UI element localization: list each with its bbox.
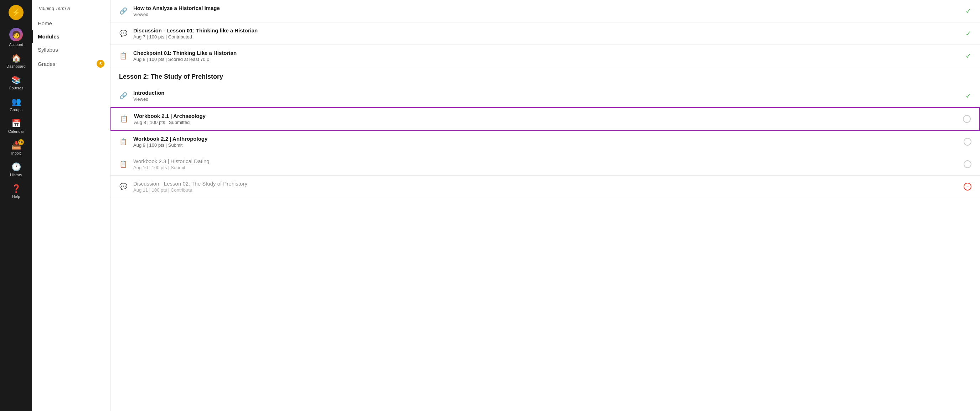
- item-title: How to Analyze a Historical Image: [133, 5, 960, 11]
- item-meta: Aug 8 | 100 pts | Submitted: [134, 120, 957, 125]
- item-meta: Viewed: [133, 97, 960, 102]
- history-icon: 🕐: [11, 162, 21, 172]
- help-icon: ❓: [11, 184, 21, 194]
- course-title: Training Term A: [32, 6, 110, 17]
- item-meta: Aug 11 | 100 pts | Contribute: [133, 187, 958, 193]
- status-circle: [964, 160, 972, 168]
- status-check: ✓: [966, 29, 972, 38]
- item-title: Introduction: [133, 90, 960, 96]
- status-circle: [963, 115, 971, 123]
- item-content: Checkpoint 01: Thinking Like a Historian…: [133, 50, 960, 62]
- link-icon: 🔗: [119, 92, 127, 100]
- sidebar-item-courses-label: Courses: [9, 86, 24, 90]
- inbox-icon: 📥 14: [11, 141, 21, 150]
- item-meta: Aug 7 | 100 pts | Contributed: [133, 34, 960, 40]
- discussion-icon: 💬: [119, 30, 127, 37]
- module-item-workbook23[interactable]: 📋 Workbook 2.3 | Historical Dating Aug 1…: [110, 153, 980, 176]
- item-content: Discussion - Lesson 01: Thinking like a …: [133, 27, 960, 40]
- item-content: Workbook 2.2 | Anthropology Aug 9 | 100 …: [133, 136, 958, 148]
- item-title: Discussion - Lesson 02: The Study of Pre…: [133, 181, 958, 187]
- main-content: 🔗 How to Analyze a Historical Image View…: [110, 0, 980, 411]
- item-meta: Aug 10 | 100 pts | Submit: [133, 165, 958, 170]
- course-nav: Training Term A Home Modules Syllabus Gr…: [32, 0, 110, 411]
- assignment-icon: 📋: [119, 52, 127, 60]
- logo-icon: ⚡: [8, 5, 24, 20]
- status-check: ✓: [966, 52, 972, 60]
- module-item-discussion01[interactable]: 💬 Discussion - Lesson 01: Thinking like …: [110, 22, 980, 45]
- item-content: Introduction Viewed: [133, 90, 960, 102]
- course-nav-modules[interactable]: Modules: [32, 30, 110, 43]
- item-title: Checkpoint 01: Thinking Like a Historian: [133, 50, 960, 56]
- item-meta: Viewed: [133, 12, 960, 17]
- sidebar-item-calendar-label: Calendar: [8, 129, 24, 133]
- section-header-lesson2: Lesson 2: The Study of Prehistory: [110, 67, 980, 85]
- sidebar-item-history-label: History: [10, 173, 22, 177]
- grades-badge: 5: [97, 60, 104, 68]
- sidebar-item-inbox[interactable]: 📥 14 Inbox: [2, 138, 30, 158]
- course-nav-syllabus-label: Syllabus: [38, 47, 58, 53]
- dashboard-icon: 🏠: [11, 54, 21, 63]
- sidebar-item-help[interactable]: ❓ Help: [2, 181, 30, 202]
- inbox-badge: 14: [18, 139, 24, 145]
- sidebar-item-groups[interactable]: 👥 Groups: [2, 94, 30, 115]
- sidebar-item-dashboard-label: Dashboard: [6, 64, 25, 68]
- courses-icon: 📚: [11, 76, 21, 85]
- course-nav-grades-label: Grades: [38, 61, 55, 67]
- sidebar-item-courses[interactable]: 📚 Courses: [2, 73, 30, 93]
- app-logo[interactable]: ⚡: [7, 3, 25, 21]
- course-nav-home-label: Home: [38, 20, 52, 26]
- module-item-discussion02[interactable]: 💬 Discussion - Lesson 02: The Study of P…: [110, 176, 980, 198]
- item-title: Workbook 2.2 | Anthropology: [133, 136, 958, 142]
- avatar: 🧑: [9, 28, 23, 41]
- item-title: Workbook 2.3 | Historical Dating: [133, 158, 958, 164]
- status-minus: −: [964, 183, 972, 190]
- status-check: ✓: [966, 92, 972, 100]
- item-content: Discussion - Lesson 02: The Study of Pre…: [133, 181, 958, 193]
- assignment-icon: 📋: [119, 160, 127, 168]
- course-nav-syllabus[interactable]: Syllabus: [32, 43, 110, 56]
- sidebar-item-calendar[interactable]: 📅 Calendar: [2, 116, 30, 136]
- item-meta: Aug 8 | 100 pts | Scored at least 70.0: [133, 57, 960, 62]
- link-icon: 🔗: [119, 7, 127, 15]
- section-title: Lesson 2: The Study of Prehistory: [119, 73, 223, 80]
- calendar-icon: 📅: [11, 119, 21, 128]
- module-item-checkpoint01[interactable]: 📋 Checkpoint 01: Thinking Like a Histori…: [110, 45, 980, 67]
- sidebar-item-help-label: Help: [12, 194, 20, 199]
- course-nav-grades[interactable]: Grades 5: [32, 56, 110, 71]
- module-item-workbook22[interactable]: 📋 Workbook 2.2 | Anthropology Aug 9 | 10…: [110, 131, 980, 153]
- global-sidebar: ⚡ 🧑 Account 🏠 Dashboard 📚 Courses 👥 Grou…: [0, 0, 32, 411]
- sidebar-item-groups-label: Groups: [10, 108, 22, 112]
- item-content: Workbook 2.1 | Archaeology Aug 8 | 100 p…: [134, 113, 957, 125]
- course-nav-home[interactable]: Home: [32, 17, 110, 30]
- module-item-workbook21[interactable]: 📋 Workbook 2.1 | Archaeology Aug 8 | 100…: [110, 107, 980, 131]
- groups-icon: 👥: [11, 97, 21, 106]
- item-meta: Aug 9 | 100 pts | Submit: [133, 143, 958, 148]
- item-content: How to Analyze a Historical Image Viewed: [133, 5, 960, 17]
- course-nav-modules-label: Modules: [38, 33, 59, 40]
- sidebar-item-dashboard[interactable]: 🏠 Dashboard: [2, 51, 30, 71]
- sidebar-item-account[interactable]: 🧑 Account: [2, 25, 30, 49]
- module-item-introduction[interactable]: 🔗 Introduction Viewed ✓: [110, 85, 980, 107]
- module-list: 🔗 How to Analyze a Historical Image View…: [110, 0, 980, 198]
- item-title: Discussion - Lesson 01: Thinking like a …: [133, 27, 960, 33]
- discussion-icon: 💬: [119, 183, 127, 190]
- item-title: Workbook 2.1 | Archaeology: [134, 113, 957, 119]
- assignment-icon: 📋: [119, 138, 127, 146]
- sidebar-item-account-label: Account: [9, 42, 23, 47]
- sidebar-item-inbox-label: Inbox: [11, 151, 21, 155]
- module-item-analyze-image[interactable]: 🔗 How to Analyze a Historical Image View…: [110, 0, 980, 22]
- assignment-icon: 📋: [120, 115, 128, 123]
- sidebar-item-history[interactable]: 🕐 History: [2, 160, 30, 180]
- status-circle: [964, 138, 972, 146]
- status-check: ✓: [966, 7, 972, 15]
- item-content: Workbook 2.3 | Historical Dating Aug 10 …: [133, 158, 958, 170]
